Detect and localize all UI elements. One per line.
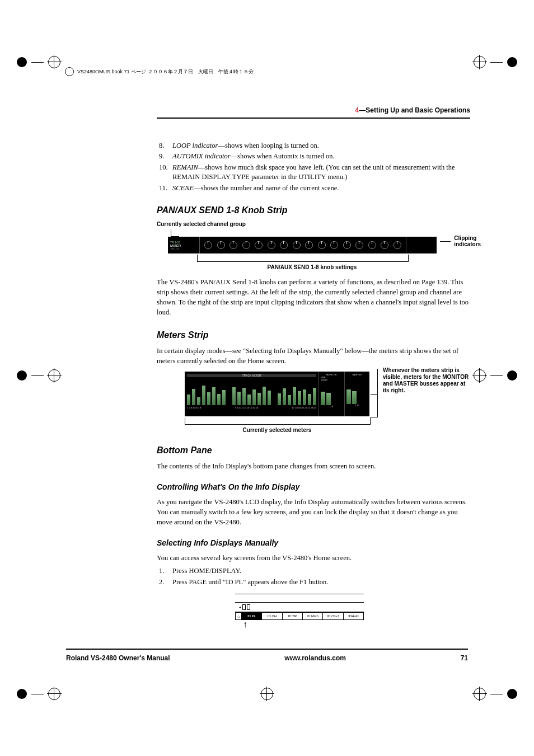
monitor-meters: MONITOR PRE -POST L R — [318, 372, 344, 416]
meters-para: In certain display modes—see "Selecting … — [157, 346, 470, 366]
selecting-para: You can access several key screens from … — [157, 553, 470, 563]
f2-button: ID CH — [261, 612, 282, 620]
knob-strip-clip-indicators — [406, 237, 437, 253]
arrow-up-icon: ↑ — [243, 619, 247, 630]
section-bottom-title: Bottom Pane — [157, 445, 470, 456]
f6-button: IDHold — [343, 612, 364, 620]
footer-url: www.rolandus.com — [284, 654, 346, 662]
f1-button: ID PL — [241, 612, 262, 620]
chapter-header: 4—Setting Up and Basic Operations — [157, 106, 470, 114]
list-item: SCENE—shows the number and name of the c… — [157, 184, 470, 194]
section-controlling-title: Controlling What's On the Info Display — [157, 482, 470, 491]
page-content: 4—Setting Up and Basic Operations LOOP i… — [157, 106, 470, 624]
pan-row: ◄ — [235, 603, 364, 612]
bottom-para: The contents of the Info Display's botto… — [157, 461, 470, 471]
list-item: REMAIN—shows how much disk space you hav… — [157, 163, 470, 182]
f-button-row: ◇ ID PL ID CH ID TR ID Mtch ID ChvJ IDHo… — [235, 612, 364, 620]
knob-strip-image: TR 1-16 MIXER TR11-16 — [168, 237, 437, 253]
pan-para: The VS-2480's PAN/AUX Send 1-8 knobs can… — [157, 277, 470, 318]
footer-page-number: 71 — [461, 654, 468, 662]
reg-mark-top-left — [17, 56, 60, 68]
meters-bottom-label: Currently selected meters — [179, 427, 375, 433]
reg-mark-mid-right — [474, 369, 517, 382]
f-button-figure: ◄ ◇ ID PL ID CH ID TR ID Mtch ID ChvJ ID… — [235, 594, 364, 624]
meters-image: TRACK MIXER 1 2 3 4 5 6 7 8 9 10 11 12 1… — [185, 372, 369, 416]
reg-mark-bottom-right — [474, 688, 517, 700]
knob-strip-knobs — [200, 237, 406, 253]
master-meters: MASTER L R — [344, 372, 370, 416]
reg-mark-bottom-center — [261, 688, 273, 700]
steps-list: Press HOME/DISPLAY. Press PAGE until "ID… — [157, 566, 470, 587]
knob-top-label: Currently selected channel group — [157, 221, 467, 227]
section-meters-title: Meters Strip — [157, 330, 470, 340]
callout-bracket — [197, 255, 409, 262]
chapter-underline — [157, 118, 470, 119]
clip-label: Clipping indicators — [454, 235, 486, 247]
clip-callout: Clipping indicators — [440, 235, 487, 247]
controlling-para: As you navigate the VS-2480's LCD displa… — [157, 497, 470, 527]
callout-bracket — [171, 229, 179, 237]
meters-figure: TRACK MIXER 1 2 3 4 5 6 7 8 9 10 11 12 1… — [179, 372, 465, 433]
feature-list: LOOP indicator—shows when looping is tur… — [157, 141, 470, 194]
reg-mark-top-right — [474, 56, 517, 68]
track-row — [235, 594, 364, 603]
f3-button: ID TR — [282, 612, 303, 620]
list-item: Press HOME/DISPLAY. — [157, 566, 470, 576]
book-icon — [65, 67, 74, 76]
knob-bottom-label: PAN/AUX SEND 1-8 knob settings — [157, 264, 467, 270]
callout-leader-line — [377, 369, 378, 405]
section-selecting-title: Selecting Info Displays Manually — [157, 538, 470, 547]
list-item: AUTOMIX indicator—shows when Automix is … — [157, 152, 470, 162]
list-item: Press PAGE until "ID PL" appears above t… — [157, 577, 470, 588]
f4-button: ID Mtch — [302, 612, 323, 620]
f5-button: ID ChvJ — [322, 612, 343, 620]
chapter-title: Setting Up and Basic Operations — [366, 106, 470, 114]
callout-bracket — [185, 417, 371, 425]
meters-right-label: Whenever the meters strip is visible, me… — [383, 367, 470, 394]
reg-mark-mid-left — [17, 369, 60, 382]
prepress-file-note: VS2480OMUS.book 71 ページ ２００６年２月７日 火曜日 午後４… — [65, 67, 254, 76]
knob-strip-left: TR 1-16 MIXER TR11-16 — [168, 237, 200, 253]
page-footer: Roland VS-2480 Owner's Manual www.roland… — [66, 649, 468, 662]
footer-manual-title: Roland VS-2480 Owner's Manual — [66, 654, 170, 662]
knob-strip-figure: Currently selected channel group TR 1-16… — [157, 221, 467, 270]
section-pan-title: PAN/AUX SEND 1-8 Knob Strip — [157, 205, 470, 215]
reg-mark-bottom-left — [17, 688, 60, 700]
list-item: LOOP indicator—shows when looping is tur… — [157, 141, 470, 151]
